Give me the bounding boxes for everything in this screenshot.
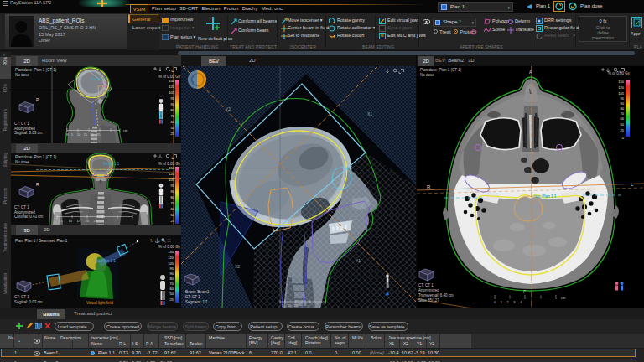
svg-text:Transversal: 6.40 cm: Transversal: 6.40 cm [418,293,454,297]
svg-text:50: 50 [170,292,174,296]
svg-text:Beam 1 1: Beam 1 1 [91,77,108,81]
svg-text:70: 70 [170,282,174,286]
svg-text:No dose: No dose [15,160,29,164]
svg-text:Segment: 1/1: Segment: 1/1 [185,300,208,304]
svg-text:150: 150 [618,80,624,84]
svg-text:CT: CT 1: CT: CT 1 [418,283,434,287]
svg-text:CT: CT 1: CT: CT 1 [14,205,29,209]
svg-text:50: 50 [621,122,625,127]
svg-text:Iso Plan 1 1: Iso Plan 1 1 [96,259,116,263]
svg-text:Y1: Y1 [356,258,361,263]
svg-text:Sagittal: 0.03 cm: Sagittal: 0.03 cm [14,131,43,135]
svg-text:90: 90 [171,189,175,194]
svg-text:80: 80 [171,108,175,112]
svg-text:90: 90 [171,102,175,106]
svg-text:Virtual light field: Virtual light field [86,301,113,305]
svg-text:25: 25 [171,219,175,223]
svg-text:Beam 1 1: Beam 1 1 [103,162,120,166]
svg-text:Plan dose: Plan 1 (CT 1): Plan dose: Plan 1 (CT 1) [15,155,57,159]
svg-text:Anonymized: Anonymized [14,127,35,131]
svg-text:Plan dose: Plan 1 (CT 1): Plan dose: Plan 1 (CT 1) [420,68,462,72]
svg-text:Plan: Plan 1 / Beam set: Plan: Plan: Plan 1 / Beam set: Plan 1 [15,239,68,243]
svg-text:50: 50 [171,213,175,217]
svg-text:95: 95 [621,96,625,101]
svg-text:105: 105 [168,261,174,266]
svg-text:60: 60 [171,120,175,124]
svg-text:120: 120 [169,172,174,176]
svg-text:X1: X1 [367,111,372,116]
svg-text:R: R [427,184,431,189]
svg-text:80: 80 [171,195,175,199]
svg-text:90: 90 [621,101,625,106]
svg-text:70: 70 [621,111,625,116]
svg-text:80: 80 [170,277,174,281]
svg-text:60: 60 [171,207,175,211]
svg-text:60: 60 [621,116,625,121]
svg-text:% of 0.00 Gy: % of 0.00 Gy [158,245,181,249]
svg-text:150: 150 [169,79,174,83]
svg-text:95: 95 [171,184,175,188]
svg-text:120: 120 [618,85,624,90]
svg-text:80: 80 [621,106,625,111]
svg-text:CT: CT 1: CT: CT 1 [14,295,29,299]
svg-text:Coronal: 0.43 cm: Coronal: 0.43 cm [14,215,44,219]
svg-text:5 10 15 20 25: 5 10 15 20 25 [56,219,98,223]
svg-text:105: 105 [169,178,174,182]
svg-text:Iso: Plan 1 1: Iso: Plan 1 1 [534,194,557,199]
svg-text:25: 25 [621,128,625,132]
svg-text:CT: CT 1: CT: CT 1 [14,122,29,126]
svg-text:Anonymized: Anonymized [14,210,35,215]
svg-text:150: 150 [169,166,174,170]
svg-text:cm: cm [561,296,566,300]
svg-text:Plan dose: Plan 1 (CT 1): Plan dose: Plan 1 (CT 1) [15,68,57,72]
svg-text:CT: CT 1: CT: CT 1 [185,295,200,299]
svg-text:Sagittal: 0.03 cm: Sagittal: 0.03 cm [14,300,43,304]
svg-text:0 1 2 3 4: 0 1 2 3 4 [494,300,522,304]
svg-text:25: 25 [170,297,174,302]
svg-text:Anonymized: Anonymized [418,288,439,292]
svg-text:No dose: No dose [420,73,434,77]
svg-text:% of 0.00 Gy: % of 0.00 Gy [608,71,631,75]
svg-text:50: 50 [171,126,175,130]
svg-text:70: 70 [171,114,175,118]
svg-text:B 5 10 15 20 25: B 5 10 15 20 25 [66,132,101,137]
svg-text:120: 120 [169,85,174,89]
svg-text:↻ ⚓ 🔍 ⛶: ↻ ⚓ 🔍 ⛶ [150,238,171,244]
svg-text:X2: X2 [235,264,240,269]
svg-text:95: 95 [171,96,175,101]
svg-text:R: R [36,182,39,187]
svg-text:60: 60 [170,287,174,291]
svg-text:70: 70 [171,201,175,205]
svg-text:105: 105 [169,90,174,95]
svg-text:5 10 15: 5 10 15 [282,303,299,308]
svg-text:95: 95 [170,266,174,271]
svg-text:25: 25 [171,132,175,136]
svg-text:Y2: Y2 [226,106,231,111]
svg-text:No dose: No dose [15,73,29,77]
svg-text:150: 150 [168,250,174,254]
svg-text:105: 105 [618,91,624,96]
svg-text:cm: cm [123,128,128,132]
svg-text:Slice 85/127: Slice 85/127 [418,298,439,303]
svg-text:Beam: Beam1: Beam: Beam1 [185,290,210,294]
svg-text:90: 90 [170,272,174,276]
svg-text:P: P [523,290,526,294]
svg-text:120: 120 [168,256,174,260]
